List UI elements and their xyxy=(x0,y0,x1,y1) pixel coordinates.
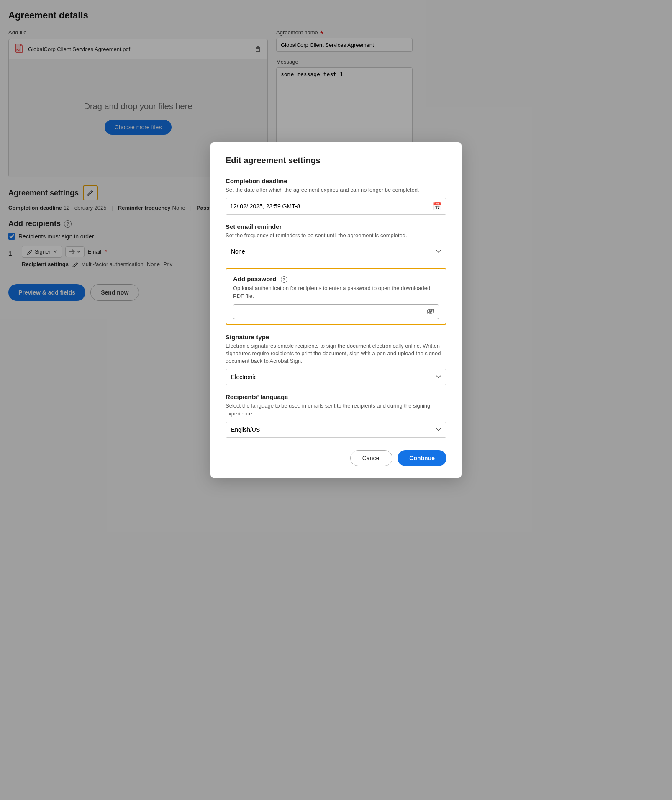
cancel-button[interactable]: Cancel xyxy=(350,450,393,466)
password-input-row[interactable] xyxy=(233,304,439,319)
deadline-input-row[interactable]: 📅 xyxy=(226,198,446,215)
password-help-icon: ? xyxy=(281,276,287,283)
password-title: Add password ? xyxy=(233,275,439,283)
signature-type-title: Signature type xyxy=(226,333,446,341)
password-desc: Optional authentication for recipients t… xyxy=(233,285,439,300)
modal-overlay: Edit agreement settings Completion deadl… xyxy=(0,0,672,800)
signature-type-select[interactable]: Electronic Written xyxy=(226,369,446,385)
language-select[interactable]: English/US French German Spanish xyxy=(226,422,446,438)
deadline-input[interactable] xyxy=(230,203,433,210)
email-reminder-desc: Set the frequency of reminders to be sen… xyxy=(226,232,446,239)
signature-type-desc: Electronic signatures enable recipients … xyxy=(226,342,446,365)
language-section: Recipients' language Select the language… xyxy=(226,393,446,446)
password-section: Add password ? Optional authentication f… xyxy=(226,268,446,325)
modal-divider xyxy=(226,168,446,168)
modal-footer: Cancel Continue xyxy=(226,450,446,466)
calendar-icon[interactable]: 📅 xyxy=(433,202,442,211)
password-input[interactable] xyxy=(238,308,427,315)
language-desc: Select the language to be used in emails… xyxy=(226,402,446,417)
continue-button[interactable]: Continue xyxy=(398,450,446,466)
completion-deadline-title: Completion deadline xyxy=(226,177,446,185)
email-reminder-title: Set email reminder xyxy=(226,223,446,230)
modal-title: Edit agreement settings xyxy=(226,156,446,165)
edit-settings-modal: Edit agreement settings Completion deadl… xyxy=(210,142,462,478)
email-reminder-section: Set email reminder Set the frequency of … xyxy=(226,223,446,268)
eye-icon[interactable] xyxy=(427,308,434,315)
completion-deadline-section: Completion deadline Set the date after w… xyxy=(226,177,446,215)
reminder-select[interactable]: None Every day Every week Every other da… xyxy=(226,244,446,259)
signature-type-section: Signature type Electronic signatures ena… xyxy=(226,333,446,394)
completion-deadline-desc: Set the date after which the agreement e… xyxy=(226,186,446,194)
language-title: Recipients' language xyxy=(226,393,446,400)
